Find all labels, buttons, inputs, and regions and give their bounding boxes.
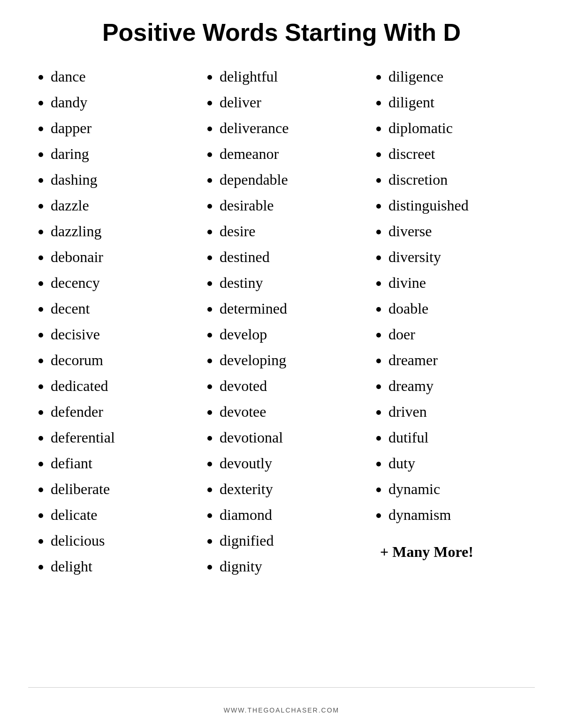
footer-divider (28, 687, 535, 688)
list-item: diverse (388, 218, 525, 244)
list-item: desire (220, 218, 357, 244)
list-item: defender (51, 399, 188, 425)
list-item: diversity (388, 244, 525, 270)
list-item: dignified (220, 528, 357, 554)
list-item: dapper (51, 115, 188, 141)
list-item: devoted (220, 373, 357, 399)
list-item: dazzling (51, 218, 188, 244)
list-item: decency (51, 270, 188, 296)
list-item: defiant (51, 450, 188, 476)
list-item: desirable (220, 193, 357, 218)
list-item: dexterity (220, 476, 357, 502)
list-item: doable (388, 296, 525, 322)
list-item: destiny (220, 270, 357, 296)
column-2: delightfuldeliverdeliverancedemeanordepe… (197, 64, 366, 687)
list-item: deliberate (51, 476, 188, 502)
word-list-1: dancedandydapperdaringdashingdazzledazzl… (38, 64, 188, 580)
list-item: deferential (51, 425, 188, 450)
list-item: devoutly (220, 450, 357, 476)
list-item: diamond (220, 502, 357, 528)
list-item: dreamy (388, 373, 525, 399)
footer-url: WWW.THEGOALCHASER.COM (224, 706, 340, 714)
list-item: dandy (51, 90, 188, 115)
list-item: divine (388, 270, 525, 296)
list-item: dutiful (388, 425, 525, 450)
list-item: duty (388, 450, 525, 476)
list-item: dynamic (388, 476, 525, 502)
list-item: delight (51, 554, 188, 579)
page-title: Positive Words Starting With D (102, 19, 461, 47)
list-item: delightful (220, 64, 357, 90)
list-item: dynamism (388, 502, 525, 528)
list-item: destined (220, 244, 357, 270)
list-item: deliverance (220, 115, 357, 141)
list-item: dedicated (51, 373, 188, 399)
list-item: discreet (388, 141, 525, 167)
list-item: dashing (51, 167, 188, 193)
list-item: determined (220, 296, 357, 322)
word-list-3: diligencediligentdiplomaticdiscreetdiscr… (375, 64, 525, 528)
list-item: decorum (51, 347, 188, 373)
list-item: delicious (51, 528, 188, 554)
list-item: doer (388, 322, 525, 347)
word-columns: dancedandydapperdaringdashingdazzledazzl… (28, 64, 535, 687)
list-item: devotional (220, 425, 357, 450)
list-item: distinguished (388, 193, 525, 218)
list-item: daring (51, 141, 188, 167)
list-item: diligent (388, 90, 525, 115)
list-item: devotee (220, 399, 357, 425)
column-3: diligencediligentdiplomaticdiscreetdiscr… (366, 64, 535, 687)
list-item: driven (388, 399, 525, 425)
list-item: diplomatic (388, 115, 525, 141)
list-item: dignity (220, 554, 357, 579)
list-item: demeanor (220, 141, 357, 167)
list-item: decent (51, 296, 188, 322)
list-item: debonair (51, 244, 188, 270)
list-item: dependable (220, 167, 357, 193)
more-text: + Many More! (375, 539, 525, 565)
list-item: dreamer (388, 347, 525, 373)
column-1: dancedandydapperdaringdashingdazzledazzl… (28, 64, 197, 687)
list-item: dance (51, 64, 188, 90)
list-item: delicate (51, 502, 188, 528)
list-item: developing (220, 347, 357, 373)
list-item: deliver (220, 90, 357, 115)
list-item: dazzle (51, 193, 188, 218)
list-item: diligence (388, 64, 525, 90)
list-item: decisive (51, 322, 188, 347)
list-item: discretion (388, 167, 525, 193)
word-list-2: delightfuldeliverdeliverancedemeanordepe… (206, 64, 357, 580)
list-item: develop (220, 322, 357, 347)
